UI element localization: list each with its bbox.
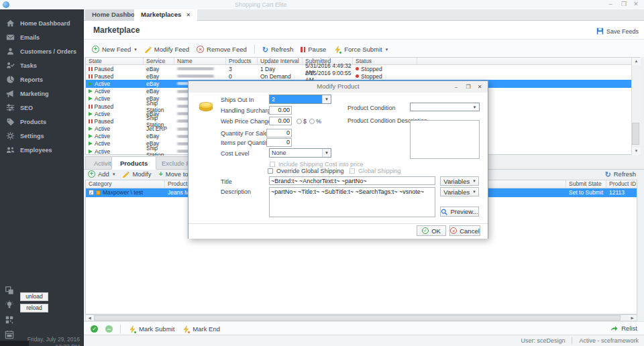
dollar-radio[interactable] bbox=[297, 119, 302, 124]
pause-icon bbox=[301, 47, 305, 52]
toolbar-separator bbox=[254, 45, 255, 54]
percent-radio-label: % bbox=[316, 118, 321, 125]
description-field[interactable]: ~partNo~ ~Title:t~ ~SubTitle:t~ ~SearchT… bbox=[269, 187, 435, 217]
column-products[interactable]: Products bbox=[226, 58, 258, 64]
dialog-close-button[interactable]: ✕ bbox=[475, 82, 484, 91]
items-per-quantity-field[interactable]: 0 bbox=[266, 138, 292, 147]
products-horizontal-scrollbar[interactable]: ◀ ▶ bbox=[85, 314, 637, 321]
scroll-left-icon[interactable]: ◀ bbox=[86, 315, 93, 321]
column-update-interval[interactable]: Update Interval bbox=[258, 58, 303, 64]
column-filler[interactable] bbox=[417, 58, 631, 64]
home-icon bbox=[6, 19, 15, 27]
sidebar-item-employees[interactable]: Employees bbox=[0, 143, 84, 157]
include-shipping-checkbox bbox=[270, 162, 275, 167]
mark-end-button[interactable]: Mark End bbox=[182, 325, 220, 333]
force-submit-button[interactable]: Force Submit▾ bbox=[333, 46, 388, 54]
column-status[interactable]: Status bbox=[353, 58, 417, 64]
override-shipping-checkbox[interactable] bbox=[268, 168, 273, 174]
modify-feed-button[interactable]: Modify Feed bbox=[144, 46, 189, 53]
new-feed-button[interactable]: +New Feed▾ bbox=[92, 46, 137, 53]
feed-row[interactable]: PausedeBay0On Demand2/15/2016 9:00:55 AM… bbox=[86, 72, 639, 80]
percent-radio[interactable] bbox=[309, 119, 315, 124]
sidebar-item-customers-orders[interactable]: Customers / Orders bbox=[0, 44, 84, 58]
pencil-icon bbox=[144, 46, 152, 53]
sidebar-item-reports[interactable]: Reports bbox=[0, 72, 84, 86]
column-state[interactable]: State bbox=[86, 58, 144, 64]
coins-icon bbox=[197, 97, 215, 115]
minus-circle-button[interactable]: − bbox=[105, 325, 113, 333]
scroll-down-icon[interactable]: ▼ bbox=[632, 148, 641, 155]
dialog-restore-button[interactable]: ❐ bbox=[464, 82, 473, 91]
pause-feed-button[interactable]: Pause bbox=[301, 46, 326, 53]
checkbox-checked-icon[interactable]: ✓ bbox=[89, 190, 94, 195]
status-dot-icon bbox=[356, 67, 359, 70]
sidebar-item-marketing[interactable]: Marketing bbox=[0, 86, 84, 101]
ok-button[interactable]: ✓OK bbox=[417, 225, 446, 236]
override-shipping-label: Override Global Shipping bbox=[276, 168, 344, 174]
cost-level-label: Cost Level bbox=[221, 150, 250, 157]
feed-row[interactable]: PausedeBay31 Day5/31/2016 4:49:32 AMStop… bbox=[86, 65, 639, 72]
refresh-products-button[interactable]: ↻Refresh bbox=[605, 170, 636, 178]
remove-feed-button[interactable]: ✕Remove Feed bbox=[197, 46, 247, 53]
add-product-button[interactable]: +Add▾ bbox=[88, 170, 115, 178]
description-label: Description bbox=[221, 188, 251, 195]
sidebar-item-home-dashboard[interactable]: Home Dashboard bbox=[0, 16, 84, 30]
refresh-icon: ↻ bbox=[262, 46, 268, 53]
scroll-up-icon[interactable]: ▲ bbox=[632, 58, 641, 65]
windows-icon[interactable] bbox=[5, 286, 14, 295]
window-minimize-button[interactable]: – bbox=[605, 0, 616, 9]
title-field[interactable]: ~Brand:t~ ~AnchorText:t~ ~partNo~ bbox=[269, 176, 435, 185]
tab-marketplaces[interactable]: Marketplaces✕ bbox=[134, 9, 197, 21]
refresh-feed-button[interactable]: ↻Refresh bbox=[262, 46, 293, 53]
cost-level-combobox[interactable]: None▾ bbox=[269, 148, 331, 158]
tab-products[interactable]: Products bbox=[111, 156, 156, 170]
sidebar-more-button[interactable]: ••• bbox=[0, 341, 29, 346]
global-shipping-label: Global Shipping bbox=[358, 168, 401, 174]
web-price-field[interactable]: 0.00 bbox=[269, 117, 292, 125]
play-icon bbox=[89, 150, 93, 154]
quantity-for-sale-field[interactable]: 0 bbox=[266, 129, 292, 137]
relist-button[interactable]: Relist bbox=[610, 325, 637, 332]
ships-out-combobox[interactable]: 2▾ bbox=[269, 95, 331, 104]
feed-scroll-thumb[interactable] bbox=[632, 123, 639, 145]
product-condition-combobox[interactable]: ▾ bbox=[410, 103, 480, 111]
grid-icon[interactable] bbox=[5, 315, 14, 325]
handling-surcharge-field[interactable]: 0.00 bbox=[269, 106, 292, 115]
sidebar-item-label: Marketing bbox=[20, 91, 49, 97]
dialog-minimize-button[interactable]: – bbox=[451, 82, 461, 91]
chevron-down-icon: ▾ bbox=[322, 149, 331, 157]
unload-button[interactable]: unload bbox=[20, 292, 48, 301]
tab-close-icon[interactable]: ✕ bbox=[186, 11, 191, 18]
product-condition-desc-field[interactable] bbox=[410, 120, 480, 159]
sidebar-item-tasks[interactable]: Tasks bbox=[0, 58, 84, 72]
bulb-icon[interactable] bbox=[5, 300, 14, 310]
cancel-button[interactable]: ✕Cancel bbox=[449, 225, 480, 236]
sidebar-item-emails[interactable]: Emails bbox=[0, 30, 84, 44]
sidebar-item-label: Customers / Orders bbox=[20, 48, 76, 55]
sidebar-item-label: Emails bbox=[20, 34, 40, 41]
description-variables-button[interactable]: Variables▾ bbox=[440, 187, 479, 196]
window-title: Shopping Cart Elite bbox=[235, 1, 287, 8]
sidebar-item-settings[interactable]: Settings bbox=[0, 129, 84, 143]
mark-submit-button[interactable]: Mark Submit bbox=[128, 325, 174, 333]
products-footer: ✓ − Mark Submit Mark End Relist bbox=[84, 321, 644, 335]
scroll-right-icon[interactable]: ▶ bbox=[629, 315, 636, 321]
pause-icon bbox=[89, 67, 93, 71]
window-close-button[interactable]: ✕ bbox=[631, 0, 641, 9]
modify-product-button[interactable]: Modify bbox=[122, 170, 151, 178]
title-variables-button[interactable]: Variables▾ bbox=[440, 176, 479, 186]
sidebar-item-seo[interactable]: SEO bbox=[0, 101, 84, 115]
reload-button[interactable]: reload bbox=[20, 304, 48, 312]
column-name[interactable]: Name bbox=[174, 58, 226, 64]
column-service[interactable]: Service bbox=[144, 58, 174, 64]
feed-table-header: StateServiceNameProductsUpdate IntervalS… bbox=[86, 58, 639, 65]
check-circle-button[interactable]: ✓ bbox=[91, 325, 98, 333]
sidebar-item-products[interactable]: Products bbox=[0, 115, 84, 129]
sidebar-item-label: Home Dashboard bbox=[20, 20, 70, 27]
sidebar-menu: Home DashboardEmailsCustomers / OrdersTa… bbox=[0, 16, 84, 157]
magnifier-icon bbox=[441, 209, 447, 215]
save-feeds-button[interactable]: Save Feeds bbox=[596, 27, 639, 36]
preview-button[interactable]: Preview... bbox=[440, 207, 479, 217]
window-restore-button[interactable]: ❐ bbox=[619, 0, 629, 9]
hscroll-thumb[interactable] bbox=[94, 315, 621, 321]
